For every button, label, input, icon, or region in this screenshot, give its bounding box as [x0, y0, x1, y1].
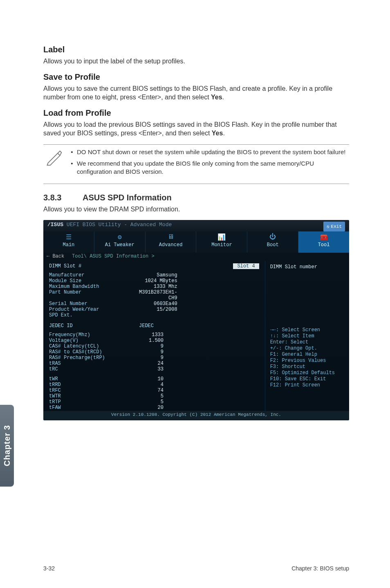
exit-button[interactable]: ⎋ Exit	[323, 222, 345, 231]
trfc-label: tRFC	[49, 388, 139, 393]
note-pen-icon	[45, 148, 67, 180]
tool-icon: 🧰	[298, 233, 349, 241]
tfaw-label: tFAW	[49, 405, 139, 411]
page-number: 3-32	[43, 565, 55, 572]
load-body-post: .	[223, 130, 224, 137]
jedec-col: JEDEC	[139, 323, 154, 329]
bandwidth-val: 1333 Mhz	[139, 284, 259, 290]
part-label: Part Number	[49, 290, 139, 301]
load-body: Allows you to load the previous BIOS set…	[43, 120, 349, 138]
exit-label: Exit	[331, 224, 342, 229]
tab-main[interactable]: ☰ Main	[43, 231, 94, 253]
dimm-slot-select[interactable]: Slot 4	[233, 263, 259, 269]
bios-footer: Version 2.10.1208. Copyright (C) 2012 Am…	[43, 411, 349, 420]
tweaker-icon: ⚙	[94, 233, 145, 241]
twtr-val: 5	[139, 393, 164, 399]
back-link[interactable]: ← Back	[47, 254, 64, 259]
note-2-text: We recommend that you update the BIOS fi…	[77, 159, 347, 176]
tab-monitor-label: Monitor	[196, 242, 247, 248]
twr-val: 10	[139, 376, 164, 382]
save-body-post: .	[222, 94, 224, 101]
cas-val: 9	[139, 343, 164, 349]
help-10: F12: Print Screen	[270, 382, 344, 388]
note-1-text: DO NOT shut down or reset the system whi…	[77, 148, 346, 156]
timing-table: Frequency(Mhz)1333 Voltage(V)1.500 CAS# …	[49, 332, 259, 411]
trc-val: 33	[139, 366, 164, 372]
trtp-label: tRTP	[49, 399, 139, 405]
rastocas-label: RAS# to CAS#(tRCD)	[49, 349, 139, 355]
tab-boot[interactable]: ⏻ Boot	[247, 231, 298, 253]
spd-info-table: ManufacturerSamsung Module Size1024 MByt…	[49, 272, 259, 318]
subsection-title: ASUS SPD Information	[83, 193, 172, 202]
exit-icon: ⎋	[327, 224, 329, 229]
jedec-label: JEDEC ID	[49, 323, 139, 329]
chapter-side-text: Chapter 3	[2, 425, 12, 466]
help-5: F1: General Help	[270, 352, 344, 357]
help-2: ↑↓: Select Item	[270, 333, 344, 339]
twtr-label: tWTR	[49, 393, 139, 399]
dimm-slot-label: DIMM Slot #	[49, 263, 81, 269]
serial-val: 0603Ea40	[139, 301, 259, 307]
tab-monitor[interactable]: 📊 Monitor	[196, 231, 247, 253]
main-icon: ☰	[43, 233, 94, 241]
volt-val: 1.500	[139, 338, 164, 343]
help-9: F10: Save ESC: Exit	[270, 376, 344, 382]
bios-title: UEFI BIOS Utility - Advanced Mode	[67, 222, 172, 228]
monitor-icon: 📊	[196, 233, 247, 241]
tab-advanced-label: Advanced	[146, 242, 196, 248]
trfc-val: 74	[139, 388, 164, 393]
right-header: DIMM Slot number	[270, 264, 344, 270]
chapter-side-tab: Chapter 3	[0, 405, 14, 487]
help-1: →←: Select Screen	[270, 327, 344, 333]
spdext-val	[139, 312, 259, 318]
help-4: +/-: Change Opt.	[270, 346, 344, 351]
twr-label: tWR	[49, 376, 139, 382]
part-val: M391B2873EH1-CH9	[139, 290, 259, 301]
tab-tweaker-label: Ai Tweaker	[94, 242, 145, 248]
precharge-val: 9	[139, 355, 164, 361]
bios-tabs: ☰ Main ⚙ Ai Tweaker 🖥 Advanced 📊 Monitor…	[43, 231, 349, 253]
tab-tool-label: Tool	[298, 242, 349, 248]
week-label: Product Week/Year	[49, 307, 139, 312]
rastocas-val: 9	[139, 349, 164, 355]
boot-icon: ⏻	[247, 233, 298, 241]
freq-label: Frequency(Mhz)	[49, 332, 139, 338]
chapter-footer: Chapter 3: BIOS setup	[291, 565, 349, 572]
manufacturer-label: Manufacturer	[49, 272, 139, 278]
serial-label: Serial Number	[49, 301, 139, 307]
label-heading: Label	[43, 45, 349, 54]
note-box: • DO NOT shut down or reset the system w…	[43, 144, 349, 184]
precharge-label: RAS# Precharge(tRP)	[49, 355, 139, 361]
load-body-bold: Yes	[212, 130, 223, 137]
save-body: Allows you to save the current BIOS sett…	[43, 84, 349, 102]
bios-screenshot: /ISUS UEFI BIOS Utility - Advanced Mode …	[43, 220, 349, 420]
save-heading: Save to Profile	[43, 72, 349, 82]
breadcrumb: Tool\ ASUS SPD Information >	[72, 254, 155, 259]
freq-val: 1333	[139, 332, 164, 338]
load-heading: Load from Profile	[43, 108, 349, 118]
label-body: Allows you to input the label of the set…	[43, 57, 349, 66]
tab-tweaker[interactable]: ⚙ Ai Tweaker	[94, 231, 146, 253]
tras-val: 24	[139, 361, 164, 366]
cas-label: CAS# Latency(tCL)	[49, 343, 139, 349]
bandwidth-label: Maximum Bandwidth	[49, 284, 139, 290]
trrd-val: 4	[139, 382, 164, 388]
subsection-intro: Allows you to view the DRAM SPD informat…	[43, 205, 349, 214]
trc-label: tRC	[49, 366, 139, 372]
note-item-1: • DO NOT shut down or reset the system w…	[67, 148, 347, 156]
advanced-icon: 🖥	[146, 233, 196, 241]
volt-label: Voltage(V)	[49, 338, 139, 343]
save-body-bold: Yes	[211, 94, 222, 101]
trtp-val: 5	[139, 399, 164, 405]
help-7: F3: Shortcut	[270, 364, 344, 370]
help-3: Enter: Select	[270, 339, 344, 345]
tab-tool[interactable]: 🧰 Tool	[298, 231, 349, 253]
week-val: 15/2008	[139, 307, 259, 312]
tfaw-val: 20	[139, 405, 164, 411]
load-body-pre: Allows you to load the previous BIOS set…	[43, 121, 337, 137]
subsection-number: 3.8.3	[43, 193, 83, 202]
tab-advanced[interactable]: 🖥 Advanced	[146, 231, 197, 253]
save-body-pre: Allows you to save the current BIOS sett…	[43, 85, 332, 101]
manufacturer-val: Samsung	[139, 272, 259, 278]
help-list: →←: Select Screen ↑↓: Select Item Enter:…	[270, 327, 344, 388]
